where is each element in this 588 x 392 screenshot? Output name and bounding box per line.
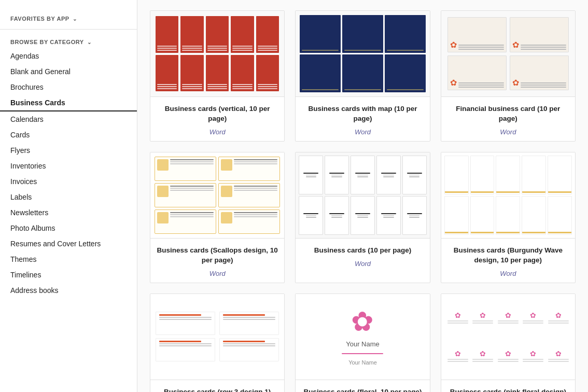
template-info-bc-scallops: Business cards (Scallops design, 10 per … xyxy=(150,238,284,283)
template-preview-bc-financial: ✿ ✿ ✿ ✿ xyxy=(441,11,575,96)
template-title-row3-2: Business cards (floral, 10 per page) xyxy=(301,387,424,392)
sidebar-item-timelines[interactable]: Timelines xyxy=(0,267,137,283)
sidebar: FAVORITES BY APP ⌄ BROWSE BY CATEGORY ⌄ … xyxy=(0,0,137,392)
template-card-bc-10page[interactable]: Business cards (10 per page) Word xyxy=(295,152,430,283)
template-preview-bc-scallops xyxy=(150,152,284,238)
sidebar-item-labels[interactable]: Labels xyxy=(0,189,137,205)
category-nav: Agendas Blank and General Brochures Busi… xyxy=(0,48,137,298)
template-title-bc-vertical: Business cards (vertical, 10 per page) xyxy=(156,104,279,124)
template-info-bc-burgundy: Business cards (Burgundy Wave design, 10… xyxy=(441,238,575,283)
template-title-row3-1: Business cards (row 3 design 1) xyxy=(156,387,279,392)
template-preview-row3-3: ✿ ✿ ✿ ✿ ✿ ✿ ✿ ✿ ✿ ✿ xyxy=(441,294,575,380)
sidebar-item-brochures[interactable]: Brochures xyxy=(0,79,137,95)
template-preview-row3-1 xyxy=(150,294,284,380)
template-title-bc-10page: Business cards (10 per page) xyxy=(301,246,424,256)
sidebar-item-photo-albums[interactable]: Photo Albums xyxy=(0,220,137,236)
sidebar-item-agendas[interactable]: Agendas xyxy=(0,48,137,64)
sidebar-item-themes[interactable]: Themes xyxy=(0,251,137,267)
template-preview-bc-map xyxy=(296,11,429,96)
template-app-bc-scallops: Word xyxy=(156,270,279,277)
template-preview-row3-2: ✿ Your Name Your Name xyxy=(296,294,429,380)
sidebar-item-business-cards[interactable]: Business Cards xyxy=(0,95,137,111)
favorites-label: FAVORITES BY APP xyxy=(10,16,69,22)
template-title-bc-burgundy: Business cards (Burgundy Wave design, 10… xyxy=(446,246,570,265)
browse-chevron-icon: ⌄ xyxy=(87,39,92,45)
template-app-bc-vertical: Word xyxy=(156,128,279,136)
template-app-bc-burgundy: Word xyxy=(446,270,570,277)
template-card-bc-burgundy[interactable]: Business cards (Burgundy Wave design, 10… xyxy=(441,152,576,283)
template-card-bc-map[interactable]: Business cards with map (10 per page) Wo… xyxy=(295,10,430,142)
sidebar-item-invoices[interactable]: Invoices xyxy=(0,174,137,189)
template-app-bc-map: Word xyxy=(301,128,424,136)
template-grid: Business cards (vertical, 10 per page) W… xyxy=(150,10,576,392)
sidebar-item-address-books[interactable]: Address books xyxy=(0,283,137,298)
sidebar-item-newsletters[interactable]: Newsletters xyxy=(0,205,137,220)
sidebar-divider-1 xyxy=(0,29,137,30)
template-info-row3-1: Business cards (row 3 design 1) Word xyxy=(150,380,284,392)
template-info-bc-map: Business cards with map (10 per page) Wo… xyxy=(296,96,429,141)
template-info-row3-2: Business cards (floral, 10 per page) Wor… xyxy=(296,380,429,392)
template-title-row3-3: Business cards (pink floral design) xyxy=(446,387,570,392)
sidebar-item-cards[interactable]: Cards xyxy=(0,127,137,143)
template-title-bc-map: Business cards with map (10 per page) xyxy=(301,104,424,124)
sidebar-item-blank-general[interactable]: Blank and General xyxy=(0,64,137,79)
browse-label: BROWSE BY CATEGORY xyxy=(10,39,84,45)
template-preview-bc-10page xyxy=(296,152,429,238)
template-card-row3-1[interactable]: Business cards (row 3 design 1) Word xyxy=(150,293,285,392)
template-card-row3-3[interactable]: ✿ ✿ ✿ ✿ ✿ ✿ ✿ ✿ ✿ ✿ Business cards (pink… xyxy=(441,293,576,392)
template-preview-bc-burgundy xyxy=(441,152,575,238)
template-info-bc-10page: Business cards (10 per page) Word xyxy=(296,238,429,273)
template-info-bc-vertical: Business cards (vertical, 10 per page) W… xyxy=(150,96,284,141)
favorites-chevron-icon: ⌄ xyxy=(73,16,77,22)
sidebar-item-resumes[interactable]: Resumes and Cover Letters xyxy=(0,236,137,251)
template-card-row3-2[interactable]: ✿ Your Name Your Name Business cards (fl… xyxy=(295,293,430,392)
favorites-section[interactable]: FAVORITES BY APP ⌄ xyxy=(0,10,137,25)
template-info-bc-financial: Financial business card (10 per page) Wo… xyxy=(441,96,575,141)
template-card-bc-scallops[interactable]: Business cards (Scallops design, 10 per … xyxy=(150,152,285,283)
sidebar-item-calendars[interactable]: Calendars xyxy=(0,111,137,127)
template-preview-bc-vertical xyxy=(150,11,284,96)
sidebar-item-flyers[interactable]: Flyers xyxy=(0,143,137,158)
template-card-bc-vertical[interactable]: Business cards (vertical, 10 per page) W… xyxy=(150,10,285,142)
template-app-bc-financial: Word xyxy=(446,128,570,136)
template-title-bc-financial: Financial business card (10 per page) xyxy=(446,104,570,124)
sidebar-item-inventories[interactable]: Inventories xyxy=(0,158,137,174)
template-title-bc-scallops: Business cards (Scallops design, 10 per … xyxy=(156,246,279,265)
template-app-bc-10page: Word xyxy=(301,260,424,268)
browse-section[interactable]: BROWSE BY CATEGORY ⌄ xyxy=(0,34,137,48)
template-gallery: Business cards (vertical, 10 per page) W… xyxy=(137,0,588,392)
template-card-bc-financial[interactable]: ✿ ✿ ✿ ✿ xyxy=(441,10,576,142)
template-info-row3-3: Business cards (pink floral design) Word xyxy=(441,380,575,392)
